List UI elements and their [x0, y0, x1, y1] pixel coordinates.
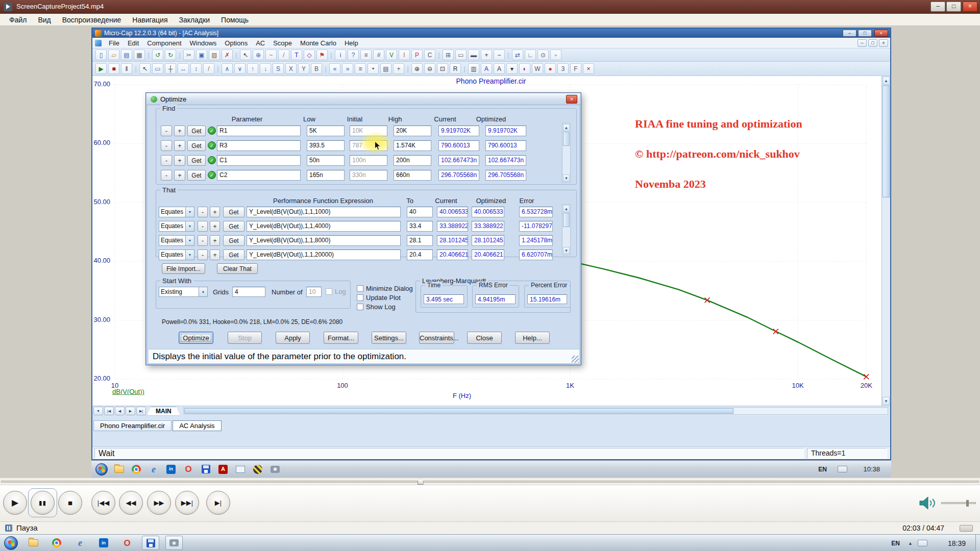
player-menu-item[interactable]: Файл	[4, 15, 32, 25]
decrement-button[interactable]: -	[161, 140, 172, 151]
seek-bar[interactable]	[0, 478, 980, 485]
info-mode-icon[interactable]: i	[335, 49, 346, 60]
diagonal-wire-mode-icon[interactable]: /	[278, 49, 289, 60]
select-mode-icon[interactable]: ↖	[240, 49, 251, 60]
peak-icon[interactable]: ∧	[222, 63, 233, 74]
close-button[interactable]: Close	[467, 332, 502, 344]
keyboard-layout-icon[interactable]	[838, 466, 847, 472]
start-button[interactable]	[95, 463, 108, 475]
scroll-down-button[interactable]: ▼	[563, 174, 570, 182]
stop-button[interactable]: ■	[58, 491, 82, 515]
new-file-icon[interactable]: ▯	[95, 49, 107, 60]
operator-select[interactable]: Equates▼	[159, 207, 194, 217]
grids-field[interactable]: 4	[232, 287, 265, 297]
separator[interactable]: |	[437, 49, 441, 60]
dropdown-arrow-icon[interactable]: ▼	[185, 250, 194, 260]
stop-button[interactable]: Stop	[228, 332, 262, 344]
initial-field[interactable]: 330n	[350, 170, 387, 181]
explorer-icon[interactable]	[24, 536, 42, 550]
delete-icon[interactable]: ✗	[222, 49, 233, 60]
help-mode-icon[interactable]: ?	[348, 49, 359, 60]
separator[interactable]: |	[462, 63, 467, 74]
volume-icon[interactable]	[919, 495, 936, 511]
initial-field[interactable]: 100n	[350, 155, 387, 166]
go-to-y-icon[interactable]: Y	[298, 63, 309, 74]
get-button[interactable]: Get	[223, 207, 244, 217]
microcap-menu-item[interactable]: Windows	[186, 38, 221, 48]
high-field[interactable]: 660n	[394, 170, 431, 181]
high-field[interactable]: 1.574K	[394, 140, 431, 151]
capture-tool-icon[interactable]: ◉	[269, 463, 281, 475]
rewind-button[interactable]: ◀◀	[119, 491, 143, 515]
window-tool-icon[interactable]	[234, 463, 247, 475]
three-d-plot-icon[interactable]: 3	[557, 63, 569, 74]
scroll-down-button[interactable]: ▼	[563, 247, 570, 254]
zoom-out-plot-icon[interactable]: ⊖	[424, 63, 435, 74]
dialog-close-button[interactable]: ×	[566, 95, 577, 104]
ie-icon[interactable]: e	[71, 536, 89, 550]
save-tool-icon[interactable]	[142, 536, 159, 550]
resize-grip[interactable]	[572, 356, 579, 363]
operator-select[interactable]: Equates▼	[159, 221, 194, 232]
close-button[interactable]: ×	[963, 2, 977, 12]
tab-menu-button[interactable]: ▼	[93, 407, 103, 415]
grid-toggle-icon[interactable]: ⊞	[443, 49, 454, 60]
optimize-dialog-titlebar[interactable]: Optimize ×	[146, 93, 580, 105]
valley-icon[interactable]: ∨	[234, 63, 246, 74]
horizontal-scrollbar-thumb[interactable]	[184, 408, 733, 414]
region-enable-icon[interactable]: ≡	[360, 49, 372, 60]
checkbox-box[interactable]	[357, 304, 363, 310]
powers-icon[interactable]: P	[411, 49, 423, 60]
player-menu-item[interactable]: Закладки	[174, 15, 215, 25]
checkbox-box[interactable]	[357, 285, 363, 292]
vertical-scrollbar[interactable]: ▲ ▼	[881, 76, 890, 406]
scroll-up-button[interactable]: ▲	[883, 77, 890, 85]
ie-icon[interactable]: e	[148, 463, 160, 475]
log-checkbox[interactable]: Log	[326, 288, 346, 295]
font-icon[interactable]: A	[494, 63, 505, 74]
currents-icon[interactable]: I	[399, 49, 410, 60]
status-corner-icon[interactable]	[960, 525, 973, 532]
autoscale-icon[interactable]: ⊡	[437, 63, 448, 74]
clock[interactable]: 10:38	[863, 465, 880, 473]
microcap-close-button[interactable]: ×	[874, 30, 888, 37]
microcap-minimize-button[interactable]: –	[843, 30, 856, 37]
linkedin-icon[interactable]: in	[95, 536, 112, 550]
wire-mode-icon[interactable]: ~	[265, 49, 277, 60]
expression-field[interactable]: Y_Level(dB(V(Out)),1,1,1000)	[247, 207, 401, 217]
microcap-menu-item[interactable]: Edit	[124, 38, 143, 48]
restore-scale-icon[interactable]: R	[450, 63, 461, 74]
opera-icon[interactable]: O	[182, 463, 194, 475]
language-indicator[interactable]: EN	[818, 466, 827, 473]
show-log-checkbox[interactable]: Show Log	[357, 303, 396, 311]
apply-button[interactable]: Apply	[276, 332, 310, 344]
find-scrollbar-thumb[interactable]	[563, 132, 570, 146]
increment-button[interactable]: +	[174, 155, 185, 166]
increment-button[interactable]: +	[174, 170, 185, 181]
format-button[interactable]: Format...	[324, 332, 358, 344]
volume-slider[interactable]	[941, 502, 976, 504]
node-voltages-icon[interactable]: V	[386, 49, 397, 60]
to-field[interactable]: 28.1	[407, 235, 433, 246]
decrement-button[interactable]: -	[198, 249, 208, 260]
decrement-button[interactable]: -	[161, 170, 172, 181]
get-button[interactable]: Get	[187, 170, 206, 181]
microcap-menu-item[interactable]: File	[105, 38, 124, 48]
clear-that-button[interactable]: Clear That	[217, 263, 258, 274]
child-close-button[interactable]: ×	[879, 39, 888, 47]
increment-button[interactable]: +	[210, 235, 220, 246]
explorer-icon[interactable]	[113, 463, 125, 475]
stop-sim-icon[interactable]: ■	[108, 63, 119, 74]
pause-sim-icon[interactable]: ‖	[121, 63, 132, 74]
frame-step-button[interactable]: ▶|	[206, 491, 230, 515]
chrome-icon[interactable]	[48, 536, 65, 550]
optimize-button[interactable]: Optimize	[179, 332, 213, 344]
show-desktop-button[interactable]	[975, 535, 980, 551]
microcap-menu-item[interactable]: Help	[340, 38, 362, 48]
seek-thumb[interactable]	[418, 479, 424, 485]
dropdown-arrow-icon[interactable]: ▼	[185, 236, 194, 245]
to-field[interactable]: 33.4	[407, 221, 433, 232]
skip-end-button[interactable]: ▶▶|	[175, 491, 199, 515]
zoom-out-icon[interactable]: −	[494, 49, 505, 60]
dropdown-arrow-icon[interactable]: ▼	[185, 207, 194, 217]
